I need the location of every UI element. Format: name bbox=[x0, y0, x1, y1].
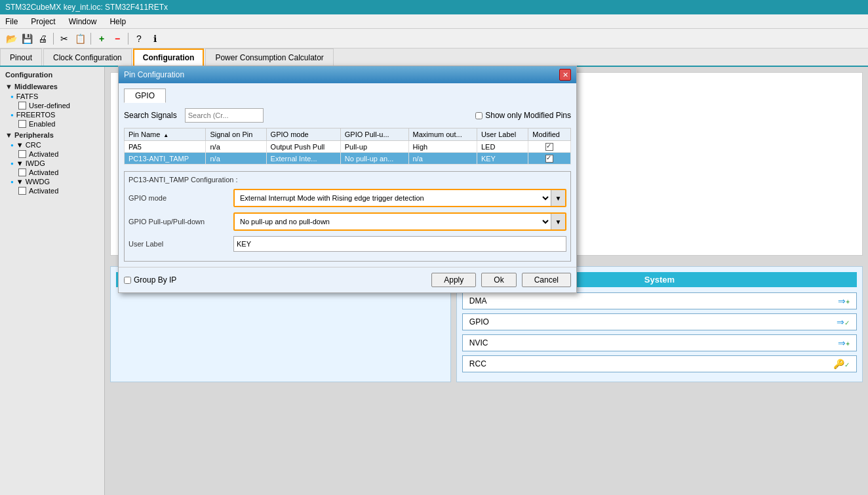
toolbar-sep3 bbox=[128, 33, 128, 45]
toolbar: 📂 💾 🖨 ✂ 📋 + − ? ℹ bbox=[0, 29, 868, 49]
cell-modified bbox=[528, 141, 571, 153]
gpio-pull-wrapper: No pull-up and no pull-down ▼ bbox=[233, 212, 566, 231]
footer-left: Group By IP bbox=[124, 275, 176, 285]
tab-power[interactable]: Power Consumption Calculator bbox=[205, 49, 333, 66]
cell-max-out: High bbox=[408, 141, 477, 153]
toolbar-info[interactable]: ℹ bbox=[148, 31, 162, 46]
sidebar-item-fatfs[interactable]: FATFS bbox=[0, 92, 104, 101]
apply-btn[interactable]: Apply bbox=[431, 273, 476, 287]
show-modified-checkbox[interactable] bbox=[475, 112, 483, 119]
dialog-footer: Group By IP Apply Ok Cancel bbox=[119, 267, 576, 292]
freertos-checkbox[interactable] bbox=[18, 120, 26, 128]
menu-file[interactable]: File bbox=[3, 16, 20, 27]
sidebar-item-iwdg[interactable]: ▼ IWDG bbox=[0, 159, 104, 168]
cell-gpio-mode: External Inte... bbox=[266, 153, 340, 165]
config-section: PC13-ANTI_TAMP Configuration : GPIO mode… bbox=[124, 171, 571, 262]
toolbar-add[interactable]: + bbox=[94, 31, 109, 46]
group-by-ip-checkbox[interactable] bbox=[124, 277, 131, 284]
wwdg-checkbox[interactable] bbox=[18, 187, 26, 195]
gpio-pull-dropdown-btn[interactable]: ▼ bbox=[551, 214, 565, 229]
footer-right: Apply Ok Cancel bbox=[431, 273, 571, 287]
system-nvic-btn[interactable]: NVIC ⇒+ bbox=[462, 334, 857, 351]
iwdg-checkbox[interactable] bbox=[18, 168, 26, 176]
sidebar-subitem-crc-activated[interactable]: Activated bbox=[0, 149, 104, 159]
search-area: Search Signals Show only Modified Pins bbox=[124, 108, 571, 123]
dialog-title: Pin Configuration bbox=[124, 70, 184, 79]
gpio-mode-dropdown-btn[interactable]: ▼ bbox=[551, 190, 565, 206]
modified-checkbox-pc13 bbox=[545, 155, 553, 163]
sidebar-subitem-freertos-enabled[interactable]: Enabled bbox=[0, 119, 104, 129]
th-pin-name[interactable]: Pin Name ▲ bbox=[125, 129, 206, 141]
tabs-bar: Pinout Clock Configuration Configuration… bbox=[0, 49, 868, 67]
gpio-mode-wrapper: External Interrupt Mode with Rising edge… bbox=[233, 189, 566, 207]
table-row[interactable]: PA5 n/a Output Push Pull Pull-up High LE… bbox=[125, 141, 571, 153]
dialog-tab-bar: GPIO bbox=[124, 89, 571, 103]
nvic-icon: ⇒+ bbox=[838, 338, 850, 348]
search-label: Search Signals bbox=[124, 111, 177, 120]
table-row[interactable]: PC13-ANTI_TAMP n/a External Inte... No p… bbox=[125, 153, 571, 165]
sidebar-item-crc[interactable]: ▼ CRC bbox=[0, 140, 104, 149]
dialog-tab-gpio[interactable]: GPIO bbox=[124, 89, 166, 103]
config-label-gpio-mode: GPIO mode bbox=[128, 194, 233, 202]
th-gpio-mode[interactable]: GPIO mode bbox=[266, 129, 340, 141]
config-label-user-label: User Label bbox=[128, 240, 233, 248]
ok-btn[interactable]: Ok bbox=[481, 273, 516, 287]
dialog-close-btn[interactable]: ✕ bbox=[559, 69, 571, 81]
menu-project[interactable]: Project bbox=[28, 16, 58, 27]
toolbar-print[interactable]: 🖨 bbox=[35, 31, 50, 46]
system-gpio-btn[interactable]: GPIO ⇒✓ bbox=[462, 313, 857, 330]
title-bar: STM32CubeMX key_int.ioc: STM32F411RETx bbox=[0, 0, 868, 14]
system-dma-btn[interactable]: DMA ⇒+ bbox=[462, 292, 857, 309]
cell-signal: n/a bbox=[206, 141, 266, 153]
toolbar-paste[interactable]: 📋 bbox=[73, 31, 87, 46]
sidebar: Configuration ▼ Middlewares FATFS User-d… bbox=[0, 67, 105, 495]
cancel-btn[interactable]: Cancel bbox=[522, 273, 571, 287]
config-label-gpio-pull: GPIO Pull-up/Pull-down bbox=[128, 218, 233, 226]
th-max-out[interactable]: Maximum out... bbox=[408, 129, 477, 141]
sidebar-subitem-iwdg-activated[interactable]: Activated bbox=[0, 168, 104, 177]
pin-table-wrapper: Pin Name ▲ Signal on Pin GPIO mode GPIO … bbox=[124, 128, 571, 165]
user-label-input[interactable] bbox=[233, 236, 566, 252]
sidebar-item-wwdg[interactable]: ▼ WWDG bbox=[0, 177, 104, 186]
sidebar-section-peripherals: ▼ Peripherals ▼ CRC Activated ▼ IWDG Act… bbox=[0, 130, 104, 195]
menu-help[interactable]: Help bbox=[107, 16, 128, 27]
tab-clock[interactable]: Clock Configuration bbox=[43, 49, 132, 66]
cell-modified bbox=[528, 153, 571, 165]
th-user-label[interactable]: User Label bbox=[477, 129, 528, 141]
sidebar-subitem-wwdg-activated[interactable]: Activated bbox=[0, 186, 104, 195]
sidebar-section-config: Configuration bbox=[0, 69, 104, 80]
th-signal[interactable]: Signal on Pin bbox=[206, 129, 266, 141]
fatfs-checkbox[interactable] bbox=[18, 102, 26, 109]
cell-pin-name: PA5 bbox=[125, 141, 206, 153]
cell-signal: n/a bbox=[206, 153, 266, 165]
tab-pinout[interactable]: Pinout bbox=[0, 49, 42, 66]
toolbar-cut[interactable]: ✂ bbox=[57, 31, 71, 46]
dialog-body: GPIO Search Signals Show only Modified P… bbox=[119, 83, 576, 267]
sidebar-item-freertos[interactable]: FREERTOS bbox=[0, 110, 104, 119]
toolbar-sep2 bbox=[90, 33, 91, 45]
toolbar-remove[interactable]: − bbox=[110, 31, 125, 46]
sidebar-config-header: Configuration bbox=[0, 69, 104, 80]
cell-gpio-pull: No pull-up an... bbox=[340, 153, 408, 165]
sidebar-subitem-userdefined[interactable]: User-defined bbox=[0, 101, 104, 110]
config-row-gpio-pull: GPIO Pull-up/Pull-down No pull-up and no… bbox=[128, 212, 566, 231]
th-gpio-pull[interactable]: GPIO Pull-u... bbox=[340, 129, 408, 141]
menu-window[interactable]: Window bbox=[66, 16, 100, 27]
group-by-ip-label: Group By IP bbox=[134, 275, 176, 285]
search-input[interactable] bbox=[185, 108, 264, 123]
toolbar-save[interactable]: 💾 bbox=[20, 31, 34, 46]
tab-configuration[interactable]: Configuration bbox=[133, 49, 205, 67]
config-row-user-label: User Label bbox=[128, 236, 566, 252]
config-row-gpio-mode: GPIO mode External Interrupt Mode with R… bbox=[128, 189, 566, 207]
table-header-row: Pin Name ▲ Signal on Pin GPIO mode GPIO … bbox=[125, 129, 571, 141]
gpio-pull-select[interactable]: No pull-up and no pull-down bbox=[235, 214, 551, 229]
th-modified[interactable]: Modified bbox=[528, 129, 571, 141]
crc-activated-label: Activated bbox=[29, 150, 58, 158]
crc-checkbox[interactable] bbox=[18, 150, 26, 158]
system-rcc-btn[interactable]: RCC 🔑✓ bbox=[462, 355, 857, 372]
sidebar-section-middlewares: ▼ Middlewares FATFS User-defined FREERTO… bbox=[0, 81, 104, 129]
toolbar-open[interactable]: 📂 bbox=[4, 31, 18, 46]
toolbar-sep1 bbox=[53, 33, 54, 45]
toolbar-help[interactable]: ? bbox=[132, 31, 146, 46]
gpio-mode-select[interactable]: External Interrupt Mode with Rising edge… bbox=[235, 190, 551, 206]
